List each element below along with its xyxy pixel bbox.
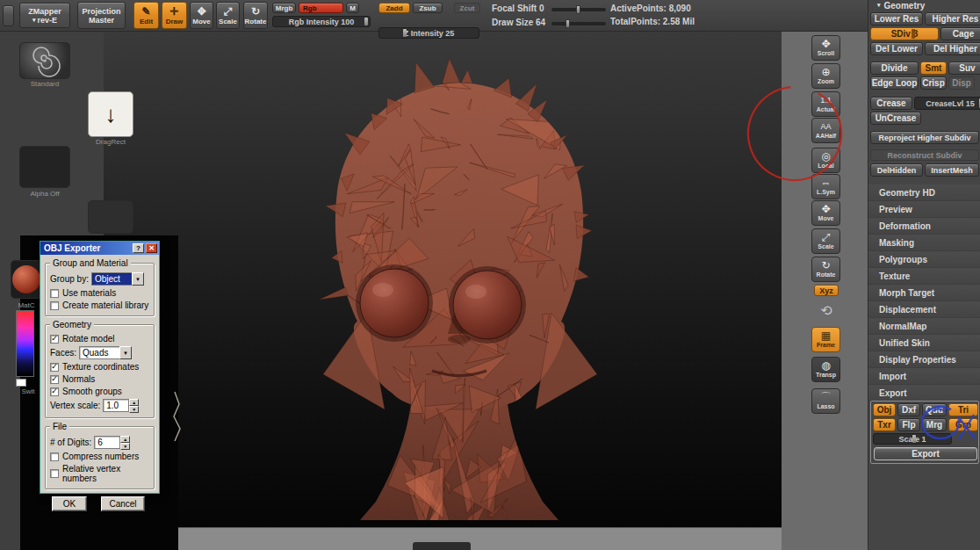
disp-button[interactable]: Disp: [948, 76, 975, 90]
draw-button[interactable]: ✛ Draw: [162, 2, 187, 29]
subpalette-morph-target[interactable]: Morph Target: [868, 285, 980, 301]
lsym-button[interactable]: ⇔ L.Sym: [811, 174, 840, 199]
export-txr-button[interactable]: Txr: [873, 418, 896, 431]
alpha-thumbnail[interactable]: [19, 146, 70, 188]
draw-size-slider[interactable]: [551, 22, 606, 25]
create-material-library-checkbox[interactable]: Create material library: [50, 300, 149, 310]
material-thumbnail[interactable]: [11, 260, 42, 299]
zmapper-button[interactable]: ZMapper ▾ rev-E: [19, 3, 70, 28]
suv-button[interactable]: Suv: [948, 62, 980, 75]
subpalette-normalmap[interactable]: NormalMap: [868, 318, 980, 335]
spinner-down-icon[interactable]: ▼: [120, 443, 130, 450]
reproject-button[interactable]: Reproject Higher Subdiv: [870, 131, 979, 144]
slider-handle[interactable]: [364, 18, 368, 25]
persp-rotate-icon[interactable]: ⟲: [815, 299, 838, 322]
zadd-button[interactable]: Zadd: [378, 3, 410, 13]
spinner-up-icon[interactable]: ▲: [129, 399, 139, 406]
slider-handle[interactable]: [912, 29, 915, 39]
rotate-view-button[interactable]: ↻ Rotate: [811, 257, 840, 282]
export-mrg-button[interactable]: Mrg: [922, 418, 947, 431]
export-tri-button[interactable]: Tri: [948, 403, 978, 416]
ok-button[interactable]: OK: [52, 496, 87, 511]
scroll-button[interactable]: ✥ Scroll: [811, 35, 840, 61]
higher-res-button[interactable]: Higher Res: [925, 12, 980, 25]
xyz-button[interactable]: Xyz: [814, 285, 839, 296]
smooth-groups-checkbox[interactable]: ✓ Smooth groups: [50, 387, 149, 396]
vertex-scale-spinner[interactable]: 1.0 ▲▼: [103, 399, 139, 412]
slider-handle[interactable]: [576, 5, 580, 14]
rotate-button[interactable]: ↻ Rotate: [243, 2, 268, 29]
reconstruct-button[interactable]: Reconstruct Subdiv: [870, 149, 979, 161]
crease-button[interactable]: Crease: [870, 97, 912, 110]
rgb-button[interactable]: Rgb: [299, 3, 343, 13]
subpalette-deformation[interactable]: Deformation: [868, 218, 980, 235]
tray-drag-handle[interactable]: [413, 542, 471, 550]
export-button[interactable]: Export: [874, 447, 977, 460]
subpalette-export[interactable]: Export: [868, 385, 980, 402]
crisp-button[interactable]: Crisp: [920, 76, 947, 90]
move-view-button[interactable]: ✥ Move: [811, 200, 840, 226]
subpalette-geometry-hd[interactable]: Geometry HD: [868, 185, 980, 201]
color-swatch[interactable]: [16, 379, 26, 387]
actual-button[interactable]: 1:1 Actual: [811, 91, 840, 117]
delhidden-button[interactable]: DelHidden: [870, 163, 923, 177]
export-obj-button[interactable]: Obj: [873, 403, 896, 416]
stroke-thumbnail[interactable]: ↓: [88, 91, 133, 137]
export-qud-button[interactable]: Qud: [922, 403, 947, 416]
rotate-model-checkbox[interactable]: ✓ Rotate model: [50, 334, 149, 344]
document-canvas[interactable]: [104, 32, 782, 527]
edit-button[interactable]: ✎ Edit: [133, 2, 159, 29]
insertmesh-button[interactable]: InsertMesh: [925, 163, 979, 177]
subpalette-unified-skin[interactable]: Unified Skin: [868, 335, 980, 351]
relative-vertex-numbers-checkbox[interactable]: Relative vertex numbers: [50, 464, 149, 483]
aahalf-button[interactable]: AA AAHalf: [811, 118, 840, 143]
lower-res-button[interactable]: Lower Res: [870, 12, 923, 25]
compress-numbers-checkbox[interactable]: Compress numbers: [50, 452, 149, 461]
brush-thumbnail[interactable]: [19, 42, 70, 79]
geometry-header[interactable]: ▾ Geometry: [868, 0, 980, 11]
dialog-help-button[interactable]: ?: [133, 243, 144, 253]
subpalette-preview[interactable]: Preview: [868, 201, 980, 218]
cancel-button[interactable]: Cancel: [101, 496, 145, 511]
transp-button[interactable]: ◍ Transp: [811, 357, 840, 382]
focal-shift-slider[interactable]: [551, 8, 606, 11]
lasso-button[interactable]: ⌒ Lasso: [811, 388, 840, 414]
zoom-button[interactable]: ⊕ Zoom: [811, 63, 840, 89]
sdiv-slider[interactable]: SDiv 3: [870, 27, 939, 40]
zcut-button[interactable]: Zcut: [454, 3, 480, 13]
color-picker[interactable]: [16, 310, 34, 377]
del-higher-button[interactable]: Del Higher: [925, 42, 980, 55]
z-intensity-slider[interactable]: Z Intensity 25: [378, 27, 479, 39]
texture-thumbnail[interactable]: [88, 200, 133, 234]
scale-view-button[interactable]: ⤢ Scale: [811, 228, 840, 254]
rgb-intensity-slider[interactable]: Rgb Intensity 100: [272, 16, 371, 27]
dropdown-arrow-icon[interactable]: ▼: [119, 346, 132, 359]
projection-master-button[interactable]: Projection Master: [77, 2, 126, 29]
export-grp-button[interactable]: Grp: [948, 418, 978, 431]
local-button[interactable]: ◎ Local: [811, 148, 840, 173]
uncrease-button[interactable]: UnCrease: [870, 112, 921, 125]
edge-loop-button[interactable]: Edge Loop: [870, 76, 919, 90]
digits-spinner[interactable]: 6 ▲▼: [94, 436, 130, 449]
divide-button[interactable]: Divide: [870, 62, 919, 75]
cage-button[interactable]: Cage: [940, 27, 980, 40]
dropdown-arrow-icon[interactable]: ▼: [132, 272, 144, 286]
dialog-close-button[interactable]: ✕: [146, 243, 157, 253]
creaselvl-slider[interactable]: CreaseLvl 15: [914, 97, 980, 110]
slider-handle[interactable]: [403, 29, 407, 37]
export-scale-slider[interactable]: Scale 1: [873, 433, 952, 445]
tray-collapse-button[interactable]: [3, 5, 14, 26]
move-button[interactable]: ✥ Move: [190, 2, 213, 29]
slider-handle[interactable]: [566, 19, 570, 28]
subpalette-masking[interactable]: Masking: [868, 235, 980, 251]
texture-coordinates-checkbox[interactable]: ✓ Texture coordinates: [50, 362, 149, 372]
subpalette-texture[interactable]: Texture: [868, 268, 980, 285]
export-flp-button[interactable]: Flp: [897, 418, 920, 431]
subpalette-displacement[interactable]: Displacement: [868, 301, 980, 318]
spinner-up-icon[interactable]: ▲: [120, 436, 130, 443]
subpalette-polygroups[interactable]: Polygroups: [868, 251, 980, 268]
subpalette-import[interactable]: Import: [868, 368, 980, 385]
m-button[interactable]: M: [346, 3, 359, 13]
slider-handle[interactable]: [912, 435, 916, 443]
dialog-titlebar[interactable]: OBJ Exporter ? ✕: [40, 242, 159, 255]
